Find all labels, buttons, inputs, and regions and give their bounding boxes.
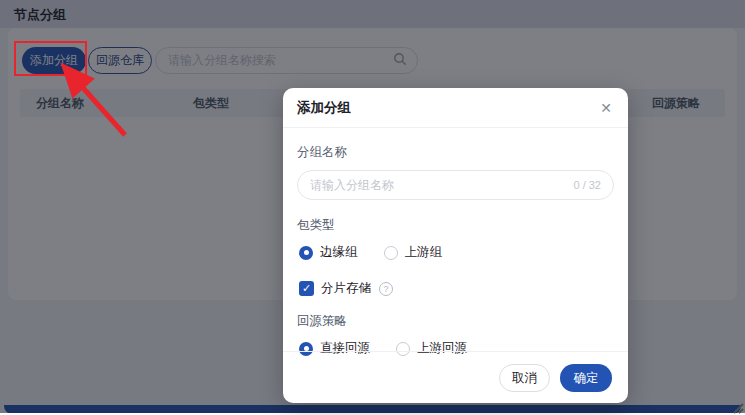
checkbox-label: 分片存储 [321, 280, 371, 297]
help-icon[interactable]: ? [379, 282, 393, 296]
shard-storage-checkbox[interactable]: ✓ 分片存储 ? [299, 280, 393, 297]
resize-grip-icon[interactable] [728, 398, 744, 414]
radio-label: 边缘组 [320, 244, 358, 261]
radio-unselected-icon [384, 246, 398, 260]
modal-title: 添加分组 [297, 99, 351, 117]
origin-policy-label: 回源策略 [297, 313, 614, 330]
modal-body: 分组名称 请输入分组名称 0 / 32 包类型 边缘组 上游组 [283, 128, 628, 357]
radio-label: 上游组 [405, 244, 443, 261]
package-type-label: 包类型 [297, 217, 614, 234]
package-type-radio-group: 边缘组 上游组 [299, 244, 614, 261]
shard-storage-row: ✓ 分片存储 ? [299, 280, 614, 297]
modal-header: 添加分组 ✕ [283, 88, 628, 128]
add-group-modal: 添加分组 ✕ 分组名称 请输入分组名称 0 / 32 包类型 边缘组 上游组 [283, 88, 628, 403]
radio-upstream-group[interactable]: 上游组 [384, 244, 443, 261]
group-name-label: 分组名称 [297, 144, 614, 161]
char-counter: 0 / 32 [573, 179, 601, 191]
cancel-button[interactable]: 取消 [499, 364, 550, 392]
confirm-button[interactable]: 确定 [560, 364, 612, 392]
group-name-placeholder: 请输入分组名称 [310, 177, 573, 194]
close-icon[interactable]: ✕ [596, 98, 616, 118]
radio-selected-icon [299, 246, 313, 260]
screenshot-root: 节点分组 添加分组 回源仓库 请输入分组名称搜索 分组名称 包类型 回源策略 [0, 0, 745, 415]
checkbox-checked-icon: ✓ [299, 281, 314, 296]
modal-footer: 取消 确定 [283, 351, 628, 403]
group-name-input[interactable]: 请输入分组名称 0 / 32 [297, 170, 614, 200]
radio-edge-group[interactable]: 边缘组 [299, 244, 358, 261]
